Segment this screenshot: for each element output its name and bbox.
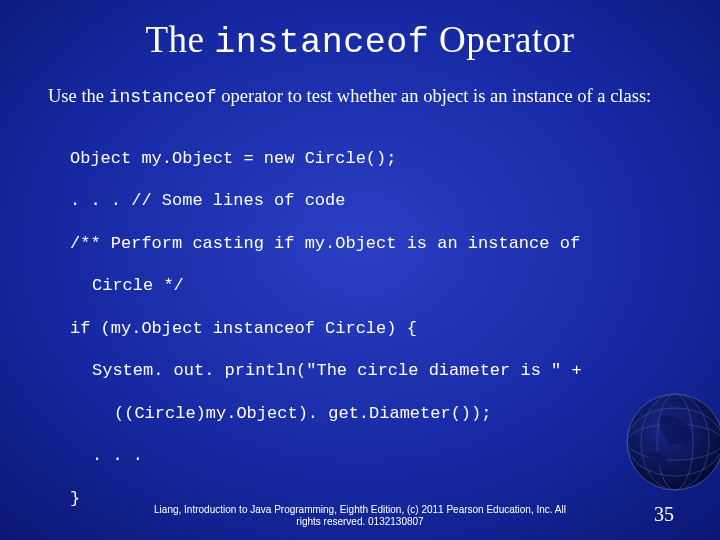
title-mono: instanceof xyxy=(214,23,429,63)
intro-mono: instanceof xyxy=(109,87,217,107)
intro-post: operator to test whether an object is an… xyxy=(217,86,652,106)
page-number: 35 xyxy=(654,503,674,526)
code-line: if (my.Object instanceof Circle) { xyxy=(70,318,672,339)
globe-icon xyxy=(600,372,720,502)
footer-citation: Liang, Introduction to Java Programming,… xyxy=(0,504,720,528)
code-line: /** Perform casting if my.Object is an i… xyxy=(70,233,672,254)
code-line: Object my.Object = new Circle(); xyxy=(70,148,672,169)
slide-title: The instanceof Operator xyxy=(48,18,672,63)
code-line: System. out. println("The circle diamete… xyxy=(70,360,672,381)
footer-line1: Liang, Introduction to Java Programming,… xyxy=(154,504,566,515)
intro-pre: Use the xyxy=(48,86,109,106)
code-line: . . . // Some lines of code xyxy=(70,190,672,211)
code-block: Object my.Object = new Circle(); . . . /… xyxy=(48,127,672,541)
code-line: . . . xyxy=(70,445,672,466)
title-pre: The xyxy=(145,19,214,60)
title-post: Operator xyxy=(429,19,574,60)
slide: The instanceof Operator Use the instance… xyxy=(0,0,720,540)
intro-text: Use the instanceof operator to test whet… xyxy=(48,85,672,109)
footer-line2: rights reserved. 0132130807 xyxy=(296,516,423,527)
code-line: ((Circle)my.Object). get.Diameter()); xyxy=(70,403,672,424)
code-line: Circle */ xyxy=(70,275,672,296)
